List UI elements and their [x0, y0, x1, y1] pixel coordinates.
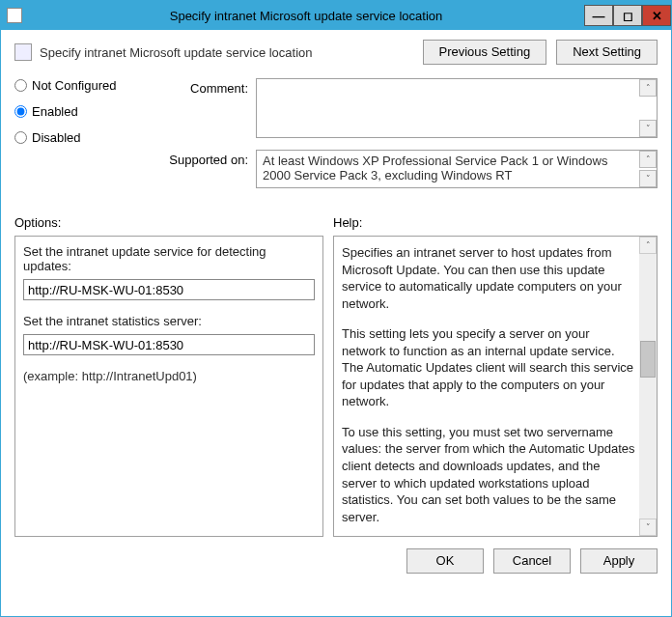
supported-on-box: At least Windows XP Professional Service…	[256, 150, 658, 188]
detect-service-input[interactable]	[23, 279, 315, 300]
minimize-button[interactable]: —	[584, 5, 613, 26]
policy-icon	[14, 43, 32, 61]
cancel-button[interactable]: Cancel	[493, 548, 571, 574]
close-button[interactable]: ✕	[642, 5, 671, 26]
radio-enabled[interactable]: Enabled	[14, 104, 150, 119]
radio-not-configured-input[interactable]	[14, 79, 27, 92]
comment-box[interactable]: ˄ ˅	[256, 78, 658, 138]
comment-label: Comment:	[159, 78, 256, 138]
next-setting-button[interactable]: Next Setting	[556, 40, 658, 65]
supported-on-label: Supported on:	[159, 150, 256, 188]
radio-not-configured[interactable]: Not Configured	[14, 78, 150, 93]
help-heading: Help:	[333, 215, 362, 230]
help-scrollbar[interactable]: ˄ ˅	[639, 237, 657, 536]
stats-server-input[interactable]	[23, 334, 315, 355]
scrollbar-thumb[interactable]	[640, 341, 656, 378]
radio-disabled-input[interactable]	[14, 131, 27, 144]
stats-server-label: Set the intranet statistics server:	[23, 314, 315, 328]
radio-enabled-label: Enabled	[32, 104, 78, 119]
previous-setting-button[interactable]: Previous Setting	[423, 40, 547, 65]
dialog-footer: OK Cancel Apply	[1, 537, 671, 585]
help-paragraph: Specifies an intranet server to host upd…	[342, 244, 635, 312]
scroll-up-icon[interactable]: ˄	[639, 79, 657, 97]
radio-disabled[interactable]: Disabled	[14, 130, 150, 145]
scroll-up-icon[interactable]: ˄	[639, 151, 657, 168]
radio-disabled-label: Disabled	[32, 130, 81, 145]
scroll-up-icon[interactable]: ˄	[639, 237, 657, 254]
detect-service-label: Set the intranet update service for dete…	[23, 244, 315, 273]
scrollbar-track[interactable]	[639, 254, 657, 519]
app-icon	[7, 8, 22, 23]
titlebar: Specify intranet Microsoft update servic…	[1, 1, 671, 30]
window-title: Specify intranet Microsoft update servic…	[28, 9, 584, 23]
supported-on-value: At least Windows XP Professional Service…	[263, 154, 607, 182]
ok-button[interactable]: OK	[406, 548, 484, 574]
help-paragraph: This setting lets you specify a server o…	[342, 325, 635, 410]
help-pane: Specifies an intranet server to host upd…	[333, 236, 658, 537]
scroll-down-icon[interactable]: ˅	[639, 170, 657, 187]
scroll-down-icon[interactable]: ˅	[639, 120, 657, 137]
window-controls: — ◻ ✕	[584, 5, 671, 26]
options-heading: Options:	[14, 215, 333, 230]
help-text: Specifies an intranet server to host upd…	[342, 244, 635, 537]
radio-not-configured-label: Not Configured	[32, 78, 116, 93]
example-text: (example: http://IntranetUpd01)	[23, 369, 315, 383]
scroll-down-icon[interactable]: ˅	[639, 519, 657, 536]
options-pane: Set the intranet update service for dete…	[14, 236, 323, 537]
radio-enabled-input[interactable]	[14, 105, 27, 118]
apply-button[interactable]: Apply	[580, 548, 658, 574]
page-title: Specify intranet Microsoft update servic…	[40, 45, 423, 60]
maximize-button[interactable]: ◻	[613, 5, 642, 26]
help-paragraph: To use this setting, you must set two se…	[342, 424, 635, 525]
